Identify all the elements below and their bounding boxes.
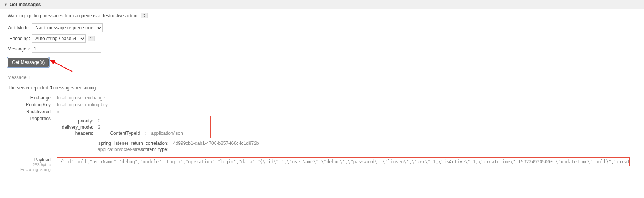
payload-size: 253 bytes	[15, 163, 51, 167]
spring-corr-value: 4d999cb1-cab1-4700-b857-f66c4c1d872b	[171, 140, 261, 146]
redelivered-label: Redelivered	[12, 108, 54, 115]
routing-key-label: Routing Key	[12, 101, 54, 108]
collapse-icon: ▼	[4, 3, 7, 7]
messages-label: Messages:	[8, 44, 32, 54]
routing-key-value: local.log.user.routing.key	[54, 101, 633, 108]
table-row: Redelivered ○	[12, 108, 633, 115]
exchange-value: local.log.user.exchange	[54, 94, 633, 101]
remaining-line: The server reported 0 messages remaining…	[8, 85, 636, 91]
table-row: Payload 253 bytes Encoding: string {"id"…	[12, 153, 633, 173]
spring-corr-key: spring_listener_return_correlation:	[59, 140, 171, 146]
properties-label: Properties	[12, 115, 54, 153]
properties-box: priority: 0 delivery_mode: 2 headers:	[57, 116, 211, 138]
svg-line-0	[53, 62, 72, 72]
get-form: Ack Mode: Nack message requeue true Enco…	[8, 22, 105, 54]
delivery-mode-value: 2	[95, 124, 103, 130]
exchange-label: Exchange	[12, 94, 54, 101]
messages-input[interactable]	[32, 45, 101, 53]
table-row: Routing Key local.log.user.routing.key	[12, 101, 633, 108]
redelivered-icon: ○	[57, 110, 59, 114]
priority-key: priority:	[60, 118, 95, 124]
priority-value: 0	[95, 118, 103, 124]
content-type-id-key: __ContentTypeId__:	[103, 130, 149, 136]
warning-text: Warning: getting messages from a queue i…	[8, 13, 139, 18]
headers-key: headers:	[60, 130, 95, 136]
remaining-post: messages remaining.	[52, 85, 97, 91]
payload-value: {"id":null,"userName":"debug","module":"…	[57, 157, 630, 166]
table-row: Exchange local.log.user.exchange	[12, 94, 633, 101]
section-header[interactable]: ▼ Get messages	[0, 0, 644, 9]
help-icon[interactable]: ?	[141, 13, 147, 18]
content-type-id-value: application/json	[149, 130, 185, 136]
ack-mode-select[interactable]: Nack message requeue true	[32, 23, 103, 32]
help-icon[interactable]: ?	[88, 36, 94, 41]
remaining-pre: The server reported	[8, 85, 50, 91]
warning-line: Warning: getting messages from a queue i…	[8, 13, 636, 18]
delivery-mode-key: delivery_mode:	[60, 124, 95, 130]
message-header: Message 1	[8, 73, 636, 82]
encoding-label: Encoding:	[8, 33, 32, 44]
content-type-value: application/octet-stream	[95, 146, 186, 153]
get-messages-button[interactable]: Get Message(s)	[8, 58, 49, 67]
encoding-select[interactable]: Auto string / base64	[32, 34, 86, 43]
payload-encoding: Encoding: string	[15, 167, 51, 172]
section-title: Get messages	[10, 2, 41, 7]
payload-label: Payload	[15, 157, 51, 163]
ack-label: Ack Mode:	[8, 22, 32, 33]
message-details: Exchange local.log.user.exchange Routing…	[12, 94, 633, 173]
annotation-arrow-icon	[49, 59, 76, 75]
table-row: Properties priority: 0 delivery_mode: 2	[12, 115, 633, 153]
